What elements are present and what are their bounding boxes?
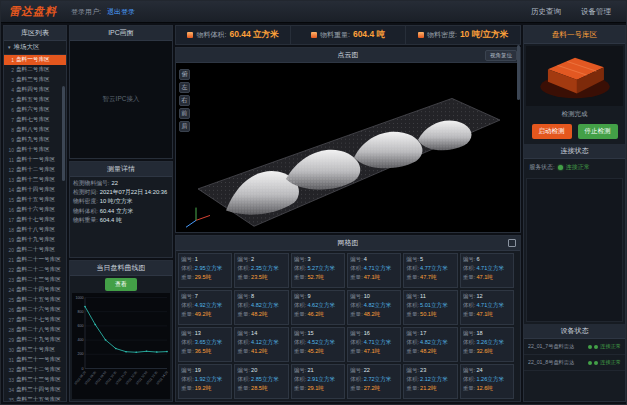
sidebar-item-zone[interactable]: 25盘料二十五号库区: [4, 295, 66, 305]
grid-cell[interactable]: 编号:21体积:2.91立方米重量:29.1吨: [291, 364, 345, 399]
sidebar-item-zone[interactable]: 12盘料十二号库区: [4, 165, 66, 175]
grid-cell[interactable]: 编号:14体积:4.12立方米重量:41.2吨: [234, 327, 288, 362]
history-query-button[interactable]: 历史查询: [524, 5, 568, 19]
grid-cell[interactable]: 编号:2体积:2.35立方米重量:23.5吨: [234, 253, 288, 288]
grid-cell-line: 重量:23.5吨: [237, 273, 285, 282]
grid-cell[interactable]: 编号:9体积:4.62立方米重量:46.2吨: [291, 290, 345, 325]
sidebar-item-zone[interactable]: 7盘料七号库区: [4, 115, 66, 125]
service-status-value: 连接正常: [566, 163, 590, 172]
sidebar-item-zone[interactable]: 35盘料三十五号库区: [4, 395, 66, 401]
sidebar-scrollbar[interactable]: [62, 86, 65, 181]
sidebar-item-zone[interactable]: 10盘料十号库区: [4, 145, 66, 155]
grid-cell-label: 重量:: [350, 310, 363, 319]
sidebar-item-zone[interactable]: 28盘料二十八号库区: [4, 325, 66, 335]
point-cloud-view[interactable]: [176, 63, 520, 232]
grid-cell-value: 2: [251, 255, 254, 264]
sidebar-item-zone[interactable]: 21盘料二十一号库区: [4, 255, 66, 265]
sidebar-item-zone[interactable]: 26盘料二十六号库区: [4, 305, 66, 315]
view-button[interactable]: 左: [179, 82, 190, 93]
grid-cell-line: 重量:27.2吨: [350, 384, 398, 393]
grid-cell[interactable]: 编号:22体积:2.72立方米重量:27.2吨: [347, 364, 401, 399]
grid-cell[interactable]: 编号:12体积:4.71立方米重量:47.1吨: [460, 290, 514, 325]
grid-cell[interactable]: 编号:3体积:5.27立方米重量:52.7吨: [291, 253, 345, 288]
detail-value: 10 吨/立方米: [100, 198, 133, 205]
sidebar-item-zone[interactable]: 19盘料十九号库区: [4, 235, 66, 245]
sidebar-item-zone[interactable]: 13盘料十三号库区: [4, 175, 66, 185]
view-button[interactable]: 右: [179, 95, 190, 106]
grid-cell[interactable]: 编号:13体积:3.65立方米重量:36.5吨: [178, 327, 232, 362]
sidebar-item-zone[interactable]: 8盘料八号库区: [4, 125, 66, 135]
grid-cell-label: 体积:: [237, 264, 250, 273]
view-reset-button[interactable]: 视角复位: [485, 50, 517, 61]
sidebar-item-zone[interactable]: 15盘料十五号库区: [4, 195, 66, 205]
sidebar-item-zone[interactable]: 9盘料九号库区: [4, 135, 66, 145]
grid-cell[interactable]: 编号:24体积:1.26立方米重量:12.6吨: [460, 364, 514, 399]
sidebar-item-zone[interactable]: 31盘料三十一号库区: [4, 355, 66, 365]
grid-cell-line: 重量:45.2吨: [294, 347, 342, 356]
sidebar-item-zone[interactable]: 16盘料十六号库区: [4, 205, 66, 215]
grid-cell-value: 4.71立方米: [476, 264, 504, 273]
grid-cell[interactable]: 编号:10体积:4.82立方米重量:48.2吨: [347, 290, 401, 325]
sidebar-item-zone[interactable]: 20盘料二十号库区: [4, 245, 66, 255]
grid-cell[interactable]: 编号:20体积:2.85立方米重量:28.5吨: [234, 364, 288, 399]
grid-cell[interactable]: 编号:6体积:4.71立方米重量:47.1吨: [460, 253, 514, 288]
sidebar-item-zone[interactable]: 33盘料三十三号库区: [4, 375, 66, 385]
sidebar-item-zone[interactable]: 22盘料二十二号库区: [4, 265, 66, 275]
grid-cell-line: 体积:2.85立方米: [237, 375, 285, 384]
grid-cell[interactable]: 编号:7体积:4.92立方米重量:49.2吨: [178, 290, 232, 325]
grid-cell-value: 8: [251, 292, 254, 301]
sidebar-item-zone[interactable]: 14盘料十四号库区: [4, 185, 66, 195]
grid-scrollbar[interactable]: [517, 45, 520, 100]
sidebar-item-zone[interactable]: 2盘料二号库区: [4, 65, 66, 75]
stop-detection-button[interactable]: 停止检测: [578, 124, 618, 139]
sidebar-item-zone[interactable]: 34盘料三十四号库区: [4, 385, 66, 395]
grid-cell[interactable]: 编号:18体积:3.26立方米重量:32.6吨: [460, 327, 514, 362]
grid-cell[interactable]: 编号:8体积:4.82立方米重量:48.2吨: [234, 290, 288, 325]
view-button[interactable]: 俯: [179, 69, 190, 80]
grid-cell-line: 编号:20: [237, 366, 285, 375]
sidebar-item-zone[interactable]: 17盘料十七号库区: [4, 215, 66, 225]
sidebar-item-zone[interactable]: 29盘料二十九号库区: [4, 335, 66, 345]
sidebar-item-zone[interactable]: 11盘料十一号库区: [4, 155, 66, 165]
sidebar-item-zone[interactable]: 1盘料一号库区: [4, 55, 66, 65]
grid-cell[interactable]: 编号:11体积:5.01立方米重量:50.1吨: [403, 290, 457, 325]
grid-cell[interactable]: 编号:19体积:1.92立方米重量:19.2吨: [178, 364, 232, 399]
zone-group-row[interactable]: ▼ 堆场大区: [4, 41, 66, 55]
zone-item-label: 盘料三十三号库区: [16, 376, 61, 384]
status-dot-icon: [594, 345, 598, 349]
stat-volume-label: 物料体积:: [196, 30, 226, 40]
sidebar-item-zone[interactable]: 6盘料六号库区: [4, 105, 66, 115]
view-button[interactable]: 后: [179, 121, 190, 132]
sidebar-item-zone[interactable]: 4盘料四号库区: [4, 85, 66, 95]
grid-cell[interactable]: 编号:1体积:2.95立方米重量:29.5吨: [178, 253, 232, 288]
grid-cell-line: 编号:13: [181, 329, 229, 338]
zone-item-label: 盘料二十二号库区: [16, 266, 61, 274]
grid-cell[interactable]: 编号:4体积:4.71立方米重量:47.1吨: [347, 253, 401, 288]
sidebar-item-zone[interactable]: 32盘料三十二号库区: [4, 365, 66, 375]
sidebar-item-zone[interactable]: 23盘料二十三号库区: [4, 275, 66, 285]
grid-cell-line: 体积:5.27立方米: [294, 264, 342, 273]
sidebar-item-zone[interactable]: 24盘料二十四号库区: [4, 285, 66, 295]
grid-cell[interactable]: 编号:23体积:2.12立方米重量:21.2吨: [403, 364, 457, 399]
sidebar-item-zone[interactable]: 3盘料三号库区: [4, 75, 66, 85]
grid-cell[interactable]: 编号:15体积:4.52立方米重量:45.2吨: [291, 327, 345, 362]
ipc-video-area[interactable]: 智云IPC接入: [70, 41, 172, 158]
grid-cell[interactable]: 编号:5体积:4.77立方米重量:47.7吨: [403, 253, 457, 288]
sidebar-item-zone[interactable]: 27盘料二十七号库区: [4, 315, 66, 325]
view-button[interactable]: 前: [179, 108, 190, 119]
device-manage-button[interactable]: 设备管理: [574, 5, 618, 19]
grid-cell-label: 体积:: [294, 301, 307, 310]
grid-cell[interactable]: 编号:16体积:4.71立方米重量:47.1吨: [347, 327, 401, 362]
stats-bar: 物料体积: 60.44 立方米 物料重量: 604.4 吨 物料密度: 10 吨…: [175, 25, 521, 45]
grid-cell[interactable]: 编号:17体积:4.82立方米重量:48.2吨: [403, 327, 457, 362]
sidebar-item-zone[interactable]: 30盘料三十号库区: [4, 345, 66, 355]
sidebar-item-zone[interactable]: 5盘料五号库区: [4, 95, 66, 105]
sidebar-item-zone[interactable]: 18盘料十八号库区: [4, 225, 66, 235]
start-detection-button[interactable]: 启动检测: [532, 124, 572, 139]
logout-link[interactable]: 退出登录: [107, 7, 135, 17]
view-chart-button[interactable]: 查看: [105, 278, 137, 291]
expand-icon[interactable]: [508, 239, 516, 247]
grid-cell-line: 编号:3: [294, 255, 342, 264]
zone-item-label: 盘料七号库区: [16, 116, 50, 124]
grid-cell-label: 体积:: [463, 301, 476, 310]
